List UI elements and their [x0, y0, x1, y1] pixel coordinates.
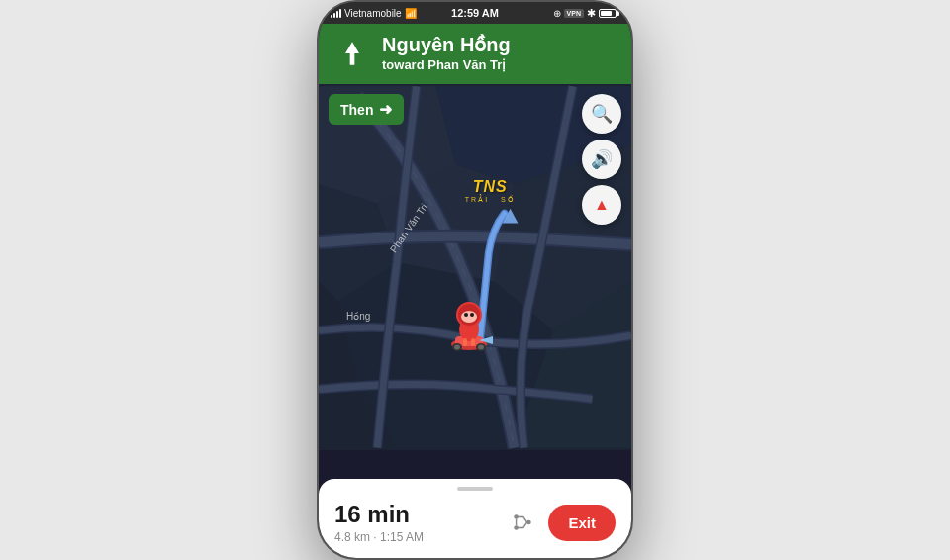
then-badge: Then ➜ — [329, 94, 404, 125]
bluetooth-icon: ✱ — [587, 7, 596, 20]
duration-display: 16 min — [334, 501, 507, 528]
bottom-panel: 16 min 4.8 km · 1:15 AM — [319, 479, 631, 558]
then-label: Then — [340, 102, 373, 118]
toward-label: toward Phan Văn Trị — [382, 57, 616, 72]
svg-point-19 — [464, 313, 468, 317]
arrival-time: 1:15 AM — [380, 530, 424, 544]
bottom-info: 16 min 4.8 km · 1:15 AM — [334, 501, 616, 544]
sound-icon: 🔊 — [591, 148, 613, 170]
search-button[interactable]: 🔍 — [582, 94, 621, 134]
sound-button[interactable]: 🔊 — [582, 140, 621, 179]
nav-header: Nguyên Hồng toward Phan Văn Trị — [319, 24, 631, 84]
svg-point-12 — [454, 345, 460, 350]
carrier-name: Vietnamobile — [344, 8, 402, 19]
current-street: Nguyên Hồng — [382, 34, 616, 55]
exit-button[interactable]: Exit — [548, 505, 616, 541]
svg-point-25 — [515, 525, 520, 530]
then-turn-icon: ➜ — [379, 100, 392, 119]
wifi-icon: 📶 — [405, 8, 417, 19]
status-bar: Vietnamobile 📶 12:59 AM ⊕ VPN ✱ — [319, 2, 631, 24]
signal-icon — [331, 8, 341, 18]
svg-rect-21 — [463, 338, 467, 346]
svg-point-18 — [461, 311, 477, 323]
route-details: 4.8 km · 1:15 AM — [334, 530, 507, 544]
svg-point-20 — [470, 313, 474, 317]
route-options-button[interactable] — [507, 507, 538, 538]
svg-point-24 — [515, 514, 520, 519]
map-controls: 🔍 🔊 ▲ — [582, 94, 621, 225]
map-area[interactable]: Then ➜ 🔍 🔊 ▲ TNS TRẢI SỐ Phan Văn Tri Hồ… — [319, 84, 631, 450]
battery-indicator — [599, 9, 619, 18]
compass-icon: ▲ — [594, 196, 610, 214]
svg-rect-22 — [471, 338, 475, 346]
tns-subtitle: TRẢI SỐ — [465, 196, 516, 204]
tns-logo: TNS TRẢI SỐ — [465, 178, 516, 204]
hong-label: Hồng — [346, 311, 370, 322]
tns-brand-text: TNS — [473, 178, 508, 196]
bottom-handle — [457, 487, 493, 491]
phone-frame: Vietnamobile 📶 12:59 AM ⊕ VPN ✱ Nguyên H… — [317, 0, 633, 560]
compass-button[interactable]: ▲ — [582, 185, 621, 225]
distance-label: 4.8 km — [334, 530, 370, 544]
nav-text: Nguyên Hồng toward Phan Văn Trị — [382, 34, 616, 72]
status-left: Vietnamobile 📶 — [331, 8, 417, 19]
status-time: 12:59 AM — [451, 7, 499, 19]
bottom-actions: Exit — [507, 505, 616, 541]
search-icon: 🔍 — [591, 103, 613, 125]
eta-info: 16 min 4.8 km · 1:15 AM — [334, 501, 507, 544]
location-icon: ⊕ — [553, 8, 561, 19]
status-right: ⊕ VPN ✱ — [553, 7, 619, 20]
direction-arrow-icon — [334, 36, 370, 71]
vpn-badge: VPN — [564, 9, 584, 18]
navigation-character — [443, 295, 495, 356]
svg-point-14 — [478, 345, 484, 350]
